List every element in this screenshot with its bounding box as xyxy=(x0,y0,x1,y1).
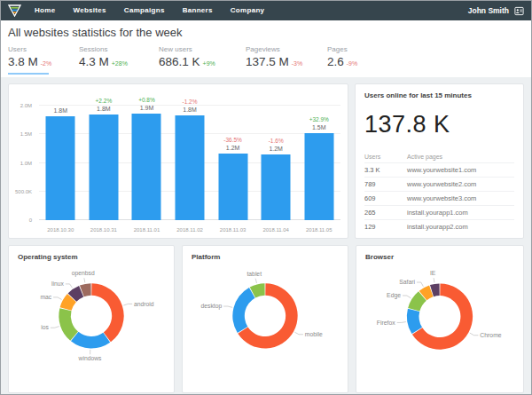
bar-2018.11.01[interactable] xyxy=(132,114,161,220)
users-online-title: Users online for last 15 minutes xyxy=(364,91,514,99)
top-nav: HomeWebsitesCampaignsBannersCompany John… xyxy=(1,1,531,20)
stat-label: Users xyxy=(8,45,79,53)
account-card-icon[interactable] xyxy=(514,6,524,16)
nav-item-campaigns[interactable]: Campaigns xyxy=(115,1,174,20)
bar-chart-y-axis: 0500.0K1.0M1.5M2.0M xyxy=(9,106,35,220)
stat-change: -2% xyxy=(41,60,51,67)
y-axis-tick: 500.0K xyxy=(9,189,32,194)
table-row: 789www.yourwebsite2.com xyxy=(364,178,514,192)
bar-change-label: -36.5% xyxy=(211,137,254,143)
y-axis-tick: 2.0M xyxy=(9,103,32,108)
table-row: 129install.yourapp2.com xyxy=(364,220,514,234)
label-leader-line xyxy=(66,284,73,288)
slice-label-mac: mac xyxy=(40,294,51,300)
funnel-logo-icon[interactable] xyxy=(8,4,22,18)
y-axis-tick: 1.5M xyxy=(9,131,32,137)
stat-tab-pages[interactable]: Pages2.6-9% xyxy=(327,45,389,75)
active-page-cell[interactable]: install.yourapp2.com xyxy=(407,220,514,234)
stat-tab-pageviews[interactable]: Pageviews137.5 M-3% xyxy=(246,45,327,75)
browser-card: Browser ChromeFirefoxEdgeSafariIE xyxy=(356,245,524,393)
operating-system-card: Operating system androidwindowsiosmaclin… xyxy=(8,245,175,393)
bar-column-2018.10.31: 1.8M+2.2%2018.10.31 xyxy=(82,106,126,220)
stat-value: 2.6-9% xyxy=(327,55,389,68)
bar-column-2018.11.03: 1.2M-36.5%2018.11.03 xyxy=(211,106,254,220)
donut-slice-windows[interactable] xyxy=(71,332,110,349)
users-cell: 609 xyxy=(364,192,407,206)
active-page-cell[interactable]: www.yourwebsite2.com xyxy=(407,178,514,192)
nav-menu: HomeWebsitesCampaignsBannersCompany xyxy=(26,1,273,20)
slice-label-firefox: Firefox xyxy=(377,320,395,326)
active-page-cell[interactable]: www.yourwebsite1.com xyxy=(407,163,514,178)
bar-2018.11.05[interactable] xyxy=(304,133,333,220)
donut-slice-android[interactable] xyxy=(91,283,123,342)
bar-2018.11.02[interactable] xyxy=(176,115,205,220)
operating-system-title: Operating system xyxy=(18,253,165,261)
active-tab-underline xyxy=(327,73,368,75)
label-leader-line xyxy=(123,304,132,305)
users-bar-chart-card: 0500.0K1.0M1.5M2.0M 1.8M2018.10.301.8M+2… xyxy=(8,83,348,239)
label-leader-line xyxy=(223,306,232,307)
users-cell: 3.3 K xyxy=(364,163,407,178)
slice-label-android: android xyxy=(134,301,154,307)
bar-2018.10.30[interactable] xyxy=(46,116,75,220)
x-axis-tick: 2018.11.02 xyxy=(168,227,212,233)
slice-label-desktop: desktop xyxy=(201,303,223,310)
bar-column-2018.11.02: 1.8M-1.2%2018.11.02 xyxy=(168,106,212,220)
column-active-pages: Active pages xyxy=(407,151,514,163)
active-tab-underline xyxy=(8,73,49,75)
bar-column-2018.11.04: 1.2M-1.6%2018.11.04 xyxy=(254,106,298,220)
slice-label-edge: Edge xyxy=(387,292,401,299)
bar-2018.10.31[interactable] xyxy=(89,115,118,220)
slice-label-ie: IE xyxy=(430,270,436,276)
active-tab-underline xyxy=(246,73,286,75)
user-name[interactable]: John Smith xyxy=(468,6,509,15)
stats-header: All websites statistics for the week Use… xyxy=(1,20,531,77)
stat-label: Pageviews xyxy=(246,45,327,53)
active-page-cell[interactable]: www.yourwebsite3.com xyxy=(407,192,514,206)
x-axis-tick: 2018.11.01 xyxy=(125,227,168,233)
stat-tab-users[interactable]: Users3.8 M-2% xyxy=(8,45,79,75)
users-online-count: 137.8 K xyxy=(364,111,514,138)
table-row: 3.3 Kwww.yourwebsite1.com xyxy=(364,163,514,178)
browser-title: Browser xyxy=(365,253,514,261)
stat-tabs: Users3.8 M-2%Sessions4.3 M+28%New users6… xyxy=(8,45,524,75)
bar-value-label: 1.2M xyxy=(211,145,254,151)
column-users: Users xyxy=(364,151,407,163)
nav-item-company[interactable]: Company xyxy=(222,1,274,20)
slice-label-chrome: Chrome xyxy=(480,332,501,338)
bar-2018.11.04[interactable] xyxy=(262,154,291,220)
nav-item-websites[interactable]: Websites xyxy=(64,1,114,20)
nav-item-banners[interactable]: Banners xyxy=(174,1,222,20)
bar-change-label: +32.9% xyxy=(297,116,340,122)
slice-label-ios: ios xyxy=(41,324,49,330)
x-axis-tick: 2018.11.05 xyxy=(297,227,340,233)
stat-change: +28% xyxy=(112,60,128,67)
dashboard-screen: HomeWebsitesCampaignsBannersCompany John… xyxy=(0,0,532,395)
label-leader-line xyxy=(470,333,479,336)
browser-donut-chart: ChromeFirefoxEdgeSafariIE xyxy=(365,263,514,372)
bar-value-label: 1.5M xyxy=(297,124,340,130)
bar-value-label: 1.8M xyxy=(168,107,212,113)
table-header-row: Users Active pages xyxy=(364,151,514,163)
donut-slice-ios[interactable] xyxy=(59,308,78,341)
donut-slice-desktop[interactable] xyxy=(232,288,254,333)
bar-column-2018.10.30: 1.8M2018.10.30 xyxy=(39,106,82,220)
bar-change-label: +0.8% xyxy=(125,97,168,103)
stat-tab-sessions[interactable]: Sessions4.3 M+28% xyxy=(79,45,159,75)
label-leader-line xyxy=(84,278,85,282)
label-leader-line xyxy=(51,327,59,328)
stat-label: Pages xyxy=(327,45,389,53)
stat-tab-new-users[interactable]: New users686.1 K+9% xyxy=(159,45,246,75)
bar-2018.11.03[interactable] xyxy=(218,154,247,220)
bar-value-label: 1.9M xyxy=(125,105,168,111)
bar-column-2018.11.05: 1.5M+32.9%2018.11.05 xyxy=(297,106,340,220)
users-cell: 129 xyxy=(364,220,407,234)
active-page-cell[interactable]: install.yourapp1.com xyxy=(407,206,514,220)
nav-item-home[interactable]: Home xyxy=(26,1,64,20)
users-online-card: Users online for last 15 minutes 137.8 K… xyxy=(355,83,524,239)
table-row: 609www.yourwebsite3.com xyxy=(364,192,514,206)
page-title: All websites statistics for the week xyxy=(8,26,524,39)
label-leader-line xyxy=(255,279,256,283)
stat-value: 686.1 K+9% xyxy=(159,55,246,68)
slice-label-windows: windows xyxy=(78,355,103,361)
